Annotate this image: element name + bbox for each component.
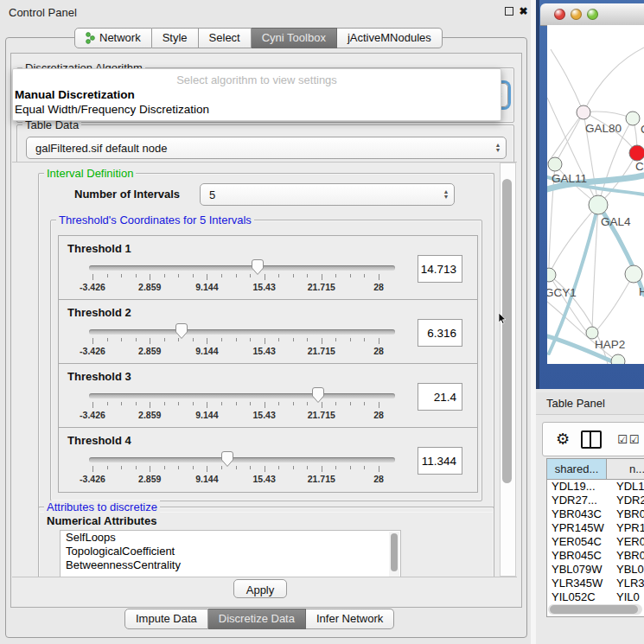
algorithm-option-1[interactable]: Equal Width/Frequency Discretization: [15, 103, 499, 118]
number-of-intervals-combobox[interactable]: 5 ▲▼: [200, 183, 455, 206]
zoom-traffic-light[interactable]: [587, 9, 598, 20]
network-node-hap2[interactable]: [586, 327, 598, 339]
slider-track[interactable]: [89, 393, 395, 399]
cell-shared-name: YER054C: [547, 535, 612, 549]
table-row[interactable]: YBR045CYBR0: [547, 549, 644, 563]
network-edge[interactable]: [555, 112, 583, 164]
apply-button[interactable]: Apply: [233, 579, 287, 598]
split-columns-icon[interactable]: [581, 430, 602, 449]
threshold-value-field[interactable]: 21.4: [418, 383, 462, 411]
network-edge[interactable]: [551, 49, 583, 112]
top-tab-strip: NetworkStyleSelectCyni ToolboxjActiveMNo…: [74, 28, 443, 48]
slider-track[interactable]: [89, 457, 395, 462]
network-edge[interactable]: [547, 112, 583, 163]
combo-arrows-icon: ▲▼: [438, 189, 454, 200]
threshold-value-field[interactable]: 6.316: [418, 319, 462, 347]
cell-shared-name: YLR345W: [547, 577, 612, 590]
cell-name: YPR1: [612, 521, 644, 535]
node-label: GAL80: [585, 122, 622, 135]
tab-label: Discretize Data: [219, 609, 295, 628]
table-row[interactable]: YIL052CYIL0: [547, 590, 644, 603]
slider-ticks: [92, 402, 379, 409]
tab-cyni-toolbox[interactable]: Cyni Toolbox: [252, 28, 337, 48]
tab-network[interactable]: Network: [74, 28, 152, 48]
column-header-name[interactable]: n...: [607, 459, 644, 479]
network-node-gal4[interactable]: [589, 195, 608, 214]
settings-vertical-scrollbar[interactable]: [500, 163, 516, 577]
network-node-h[interactable]: [625, 265, 642, 283]
attribute-item-0[interactable]: SelfLoops: [61, 531, 400, 545]
group-title: Threshold's Coordinates for 5 Intervals: [56, 214, 254, 226]
table-row[interactable]: YBL079WYBL0: [547, 563, 644, 577]
scrollbar-thumb[interactable]: [502, 179, 512, 483]
close-traffic-light[interactable]: [554, 9, 565, 20]
tab-style[interactable]: Style: [152, 28, 199, 48]
cell-shared-name: YBL079W: [547, 563, 612, 577]
tab-discretize-data[interactable]: Discretize Data: [208, 609, 306, 629]
tab-label: Style: [163, 29, 188, 48]
combo-arrows-icon: ▲▼: [490, 143, 506, 153]
tab-infer-network[interactable]: Infer Network: [306, 609, 394, 629]
slider-ticks: [92, 274, 379, 281]
cell-name: YBR0: [612, 549, 644, 563]
network-node-gal80[interactable]: [577, 105, 590, 119]
threshold-slider[interactable]: -3.4262.8599.14415.4321.71528: [89, 450, 395, 485]
network-edge[interactable]: [583, 48, 644, 112]
network-node[interactable]: [611, 354, 625, 364]
network-node-c[interactable]: [629, 145, 644, 161]
cell-shared-name: YPR145W: [547, 521, 612, 535]
threshold-slider[interactable]: -3.4262.8599.14415.4321.71528: [89, 386, 395, 421]
slider-track[interactable]: [89, 329, 395, 335]
network-view-window: GAL80GCGAL11GAL4GCY1HHAP2: [536, 0, 644, 389]
threshold-panel-1: Threshold 1-3.4262.8599.14415.4321.71528…: [58, 235, 478, 301]
table-row[interactable]: YLR345WYLR3: [547, 577, 644, 590]
slider-track[interactable]: [89, 265, 395, 271]
attribute-item-1[interactable]: TopologicalCoefficient: [61, 545, 400, 558]
network-canvas[interactable]: GAL80GCGAL11GAL4GCY1HHAP2: [547, 25, 644, 364]
cell-name: YDR2: [612, 494, 644, 507]
cell-name: YLR3: [612, 577, 644, 590]
tab-select[interactable]: Select: [199, 28, 252, 48]
network-node-g[interactable]: [626, 112, 640, 125]
checkbox-icons[interactable]: ☑☑: [617, 433, 641, 446]
table-horizontal-scrollbar[interactable]: [548, 604, 642, 615]
column-header-shared[interactable]: shared...: [547, 459, 607, 479]
table-row[interactable]: YPR145WYPR1: [547, 521, 644, 535]
slider-tick-labels: -3.4262.8599.14415.4321.71528: [92, 282, 379, 292]
threshold-value-field[interactable]: 14.713: [418, 255, 462, 283]
slider-thumb[interactable]: [311, 386, 326, 404]
table-panel-toolbar: ⚙ ☑☑: [542, 422, 644, 456]
slider-tick-labels: -3.4262.8599.14415.4321.71528: [92, 346, 379, 356]
tab-impute-data[interactable]: Impute Data: [124, 609, 208, 629]
table-row[interactable]: YDR27...YDR2: [547, 494, 644, 507]
tab-jactivemnodules[interactable]: jActiveMNodules: [337, 28, 443, 48]
table-data-group: Table Data galFiltered.sif default node …: [16, 124, 514, 164]
close-icon[interactable]: ✖: [518, 6, 529, 17]
slider-thumb[interactable]: [251, 258, 265, 276]
algorithm-dropdown-popup: Select algorithm to view settings Manual…: [12, 68, 501, 121]
slider-thumb[interactable]: [220, 450, 234, 468]
table-data-combobox[interactable]: galFiltered.sif default node ▲▼: [26, 137, 507, 159]
number-of-intervals-label: Number of Intervals: [74, 188, 180, 201]
network-edge[interactable]: [597, 274, 634, 329]
table-row[interactable]: YDL19...YDL1: [547, 480, 644, 494]
slider-ticks: [92, 466, 379, 473]
threshold-label: Threshold 1: [67, 242, 131, 255]
network-node-gal11[interactable]: [548, 157, 562, 171]
cell-shared-name: YBR045C: [547, 549, 612, 563]
minimize-traffic-light[interactable]: [571, 9, 582, 20]
threshold-value-field[interactable]: 11.344: [418, 447, 462, 475]
threshold-slider[interactable]: -3.4262.8599.14415.4321.71528: [89, 322, 395, 357]
table-row[interactable]: YER054CYER0: [547, 535, 644, 549]
mouse-cursor: [498, 313, 508, 325]
float-window-icon[interactable]: [503, 6, 514, 17]
gear-icon[interactable]: ⚙: [556, 430, 570, 449]
threshold-slider[interactable]: -3.4262.8599.14415.4321.71528: [89, 258, 395, 293]
attribute-item-2[interactable]: BetweennessCentrality: [61, 558, 400, 572]
attributes-scrollbar[interactable]: [389, 532, 399, 577]
slider-thumb[interactable]: [174, 322, 188, 340]
network-edge[interactable]: [583, 112, 633, 118]
bottom-tab-strip: Impute DataDiscretize DataInfer Network: [124, 609, 394, 629]
table-row[interactable]: YBR043CYBR0: [547, 507, 644, 521]
algorithm-option-0[interactable]: Manual Discretization: [15, 88, 499, 103]
